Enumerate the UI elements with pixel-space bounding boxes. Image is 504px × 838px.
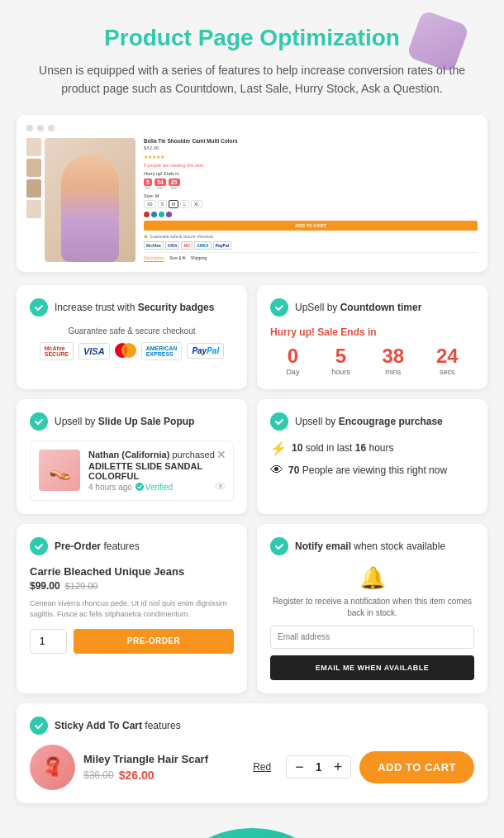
sticky-product-img: 🧣 [30,745,75,790]
teal-blob [169,828,335,838]
popup-demo: 👡 Nathan (California) purchased ADILETTE… [30,440,234,501]
svg-point-1 [121,343,136,358]
sticky-cart-header: Sticky Add To Cart features [30,717,474,735]
model-silhouette [61,155,119,262]
preorder-card: Pre-Order features Carrie Bleached Uniqu… [17,524,247,693]
popup-time: 4 hours ago Verified [88,483,225,492]
preview-timer-hours: 5 [144,179,152,186]
dot-1 [26,125,33,131]
popup-product-img: 👡 [39,450,80,491]
sticky-cart-card: Sticky Add To Cart features 🧣 Miley Tria… [17,703,487,803]
sticky-product-row: 🧣 Miley Triangle Hair Scarf $36.00 $26.0… [30,745,474,790]
notify-title: Notify email when stock available [295,540,445,552]
preview-product-title: Bella Tie Shoulder Cami Multi Colors [144,138,478,144]
verified-badge: Verified [136,483,173,492]
visa-badge: VISA [78,343,110,359]
countdown-day: 0 Day [286,346,299,376]
thumb-4 [26,200,41,218]
countdown-secs: 24 secs [436,346,459,376]
amex-badge: AMERICANEXPRESS [141,342,183,360]
notify-header: Notify email when stock available [270,537,474,555]
countdown-check [270,298,288,317]
paypal-badge: PayPal [187,343,224,359]
notify-button[interactable]: EMAIL ME WHEN AVAILABLE [270,655,474,680]
sticky-product-name: Miley Triangle Hair Scarf [83,753,238,765]
add-to-cart-button[interactable]: ADD TO CART [359,751,474,783]
security-badges-card: Increase trust with Security badges Guar… [17,285,247,389]
sticky-color-label: Red [253,761,271,773]
thumb-2 [26,159,41,177]
preview-colors [144,212,478,217]
preorder-price-current: $99.00 [30,580,60,592]
visa-mini: VISA [165,241,180,250]
sticky-qty-number: 1 [311,760,327,774]
color-green [159,212,164,217]
preorder-price-original: $129.00 [65,581,98,591]
qty-decrease-button[interactable]: − [295,759,304,774]
preview-timer-mins: 54 [155,179,166,186]
lightning-icon: ⚡ [270,440,287,456]
color-purple [166,212,172,217]
size-xs: XS [144,200,156,208]
product-preview-card: Bella Tie Shoulder Cami Multi Colors $42… [17,115,487,272]
qty-increase-button[interactable]: + [334,759,343,774]
sticky-qty-controls: − 1 + [286,755,351,778]
color-red [144,212,150,217]
countdown-timer-card: UpSell by Countdown timer Hurry up! Sale… [257,285,487,389]
sticky-cart-check [30,717,48,735]
thumb-list [26,138,41,262]
preview-price: $42.00 [144,145,478,150]
security-check [30,298,48,317]
security-icons-row: McAfee VISA MC AMEX PayPal [144,241,478,250]
security-guarantee: Guarantee safe & secure checkout [30,326,234,336]
size-l: L [180,200,189,208]
slide-popup-card: Upsell by Slide Up Sale Popup 👡 Nathan (… [17,399,247,514]
countdown-hours: 5 hours [331,346,350,376]
notify-check [270,537,288,555]
tab-size: Size & fit [169,255,186,262]
bottom-decoration [17,812,487,838]
encourage-check [270,412,288,431]
encourage-title: Upsell by Encougrage purchase [295,416,443,427]
sticky-price-current: $26.00 [119,769,155,782]
popup-product-name: ADILETTE SLIDE SANDAL COLORFUL [88,461,225,481]
preorder-button[interactable]: PRE-ORDER [74,629,234,654]
notify-email-input[interactable] [270,626,474,649]
preorder-price-row: $99.00 $129.00 [30,580,234,592]
thumb-3 [26,179,41,198]
popup-close-icon[interactable]: ✕ [216,448,226,461]
hurry-label: Hurry up! Ends in [144,171,478,176]
preorder-product-name: Carrie Bleached Unique Jeans [30,565,234,578]
color-blue [151,212,157,217]
notify-card: Notify email when stock available 🔔 Regi… [257,524,487,693]
mcafee-mini: McAfee [144,241,164,250]
countdown-header: UpSell by Countdown timer [270,298,474,317]
mastercard-badge [115,343,136,359]
main-product-image [45,138,136,262]
preorder-qty-input[interactable] [30,629,67,654]
preorder-desc: Cenean viverra rhoncus pede. Ut id nisl … [30,598,234,621]
countdown-mins: 38 mins [382,346,404,376]
thumb-1 [26,138,41,156]
encourage-stat1: ⚡ 10 sold in last 16 hours [270,440,474,456]
preview-right: Bella Tie Shoulder Cami Multi Colors $42… [144,138,478,262]
preview-add-btn: ADD TO CART [144,221,478,231]
sticky-price-original: $36.00 [83,769,114,781]
preview-timer-secs: 25 [169,179,180,186]
popup-info: Nathan (California) purchased ADILETTE S… [88,450,225,492]
features-grid-row3: Pre-Order features Carrie Bleached Uniqu… [17,524,487,693]
security-title: Increase trust with Security badges [55,302,214,313]
features-grid-row2: Upsell by Slide Up Sale Popup 👡 Nathan (… [17,399,487,514]
preorder-footer: PRE-ORDER [30,629,234,654]
scarf-icon: 🧣 [41,756,64,778]
tab-description: Description [144,255,164,262]
eye-icon: 👁 [270,463,283,478]
encourage-stat2: 👁 70 People are viewing this right now [270,463,474,478]
bell-icon: 🔔 [270,565,474,591]
browser-dots [26,125,478,131]
preview-people: 9 people are viewing this item [144,163,478,168]
features-grid-row1: Increase trust with Security badges Guar… [17,285,487,389]
amex-mini: AMEX [194,241,211,250]
security-logos: McAfeeSECURE VISA AMERICANEXPRESS PayPal [30,342,234,360]
countdown-title: UpSell by Countdown timer [295,302,421,313]
